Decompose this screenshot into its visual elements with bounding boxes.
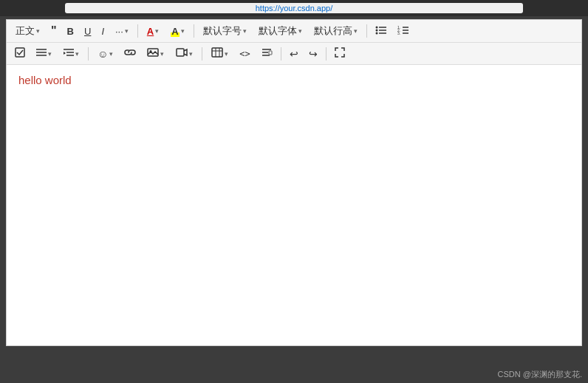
font-bg-chevron: ▾ <box>181 27 185 35</box>
separator2 <box>194 24 194 38</box>
lineheight-chevron: ▾ <box>354 27 358 35</box>
footer-watermark: CSDN @深渊的那支花. <box>492 366 588 383</box>
svg-rect-12 <box>16 48 24 57</box>
separator6 <box>281 47 281 61</box>
link-button[interactable] <box>120 46 140 61</box>
indent-button[interactable]: ▾ <box>59 46 83 61</box>
video-chevron: ▾ <box>189 50 193 58</box>
checkbox-icon <box>15 47 25 60</box>
format-chevron: ▾ <box>36 27 40 35</box>
underline-button[interactable]: U <box>81 24 95 38</box>
font-bg-button[interactable]: A ▾ <box>166 24 188 38</box>
emoji-icon: ☺ <box>98 48 108 60</box>
code-block-button[interactable] <box>257 46 276 61</box>
separator4 <box>88 47 89 61</box>
list-ol-button[interactable]: 1. 2. 3. <box>394 24 413 39</box>
svg-rect-22 <box>212 48 222 57</box>
italic-button[interactable]: I <box>98 24 108 38</box>
video-button[interactable]: ▾ <box>171 46 197 61</box>
separator1 <box>137 24 138 38</box>
toolbar-row1: 正文 ▾ " B U I ··· ▾ A ▾ A ▾ 默 <box>7 20 581 43</box>
list-ul-button[interactable] <box>372 24 391 39</box>
image-icon <box>147 47 159 60</box>
fullscreen-button[interactable] <box>331 46 349 61</box>
url-bar[interactable]: https://your.csdn.app/ <box>65 3 523 13</box>
table-button[interactable]: ▾ <box>207 46 233 61</box>
link-icon <box>124 47 136 60</box>
font-color-chevron: ▾ <box>155 27 159 35</box>
svg-point-4 <box>375 29 377 31</box>
align-chevron: ▾ <box>48 50 52 58</box>
bold-button[interactable]: B <box>64 24 78 38</box>
image-button[interactable]: ▾ <box>143 46 168 61</box>
format-select[interactable]: 正文 ▾ <box>11 23 44 39</box>
video-icon <box>176 47 188 60</box>
checkbox-button[interactable] <box>11 46 29 61</box>
align-button[interactable]: ▾ <box>32 46 56 61</box>
separator3 <box>366 24 367 38</box>
editor-text: hello world <box>18 74 72 86</box>
separator7 <box>326 47 327 61</box>
quote-button[interactable]: " <box>47 23 61 39</box>
font-chevron: ▾ <box>298 27 302 35</box>
editor-container: 正文 ▾ " B U I ··· ▾ A ▾ A ▾ 默 <box>6 19 582 346</box>
fontsize-chevron: ▾ <box>243 27 247 35</box>
undo-button[interactable]: ↩ <box>286 46 302 61</box>
align-icon <box>36 48 47 59</box>
emoji-chevron: ▾ <box>109 50 113 58</box>
list-ul-icon <box>375 25 387 38</box>
undo-icon: ↩ <box>290 48 298 60</box>
code-inline-button[interactable]: <> <box>236 47 253 61</box>
svg-point-5 <box>375 32 377 34</box>
font-select[interactable]: 默认字体 ▾ <box>254 23 307 39</box>
svg-text:3.: 3. <box>397 31 400 35</box>
table-chevron: ▾ <box>225 50 228 58</box>
list-ol-icon: 1. 2. 3. <box>397 25 409 38</box>
code-block-icon <box>261 47 273 60</box>
redo-icon: ↪ <box>309 48 318 60</box>
font-bg-icon: A <box>171 26 179 37</box>
indent-chevron: ▾ <box>75 50 79 58</box>
lineheight-select[interactable]: 默认行高 ▾ <box>310 23 362 39</box>
fullscreen-icon <box>335 47 345 60</box>
font-color-button[interactable]: A ▾ <box>143 24 163 38</box>
quote-icon: " <box>51 24 57 38</box>
emoji-button[interactable]: ☺ ▾ <box>93 46 117 61</box>
image-chevron: ▾ <box>160 50 164 58</box>
svg-rect-29 <box>269 51 272 55</box>
svg-rect-21 <box>177 49 184 56</box>
title-bar: https://your.csdn.app/ <box>0 0 588 16</box>
separator5 <box>202 47 202 61</box>
font-color-icon: A <box>147 26 154 37</box>
more-chevron: ▾ <box>125 27 129 35</box>
indent-icon <box>64 48 74 59</box>
redo-button[interactable]: ↪ <box>305 46 321 61</box>
toolbar-row2: ▾ ▾ ☺ ▾ <box>7 43 581 65</box>
fontsize-select[interactable]: 默认字号 ▾ <box>199 23 251 39</box>
svg-point-3 <box>375 26 377 28</box>
editor-content[interactable]: hello world <box>7 65 581 345</box>
table-icon <box>211 47 223 60</box>
code-inline-icon: <> <box>239 49 250 59</box>
more-button[interactable]: ··· ▾ <box>111 24 133 38</box>
